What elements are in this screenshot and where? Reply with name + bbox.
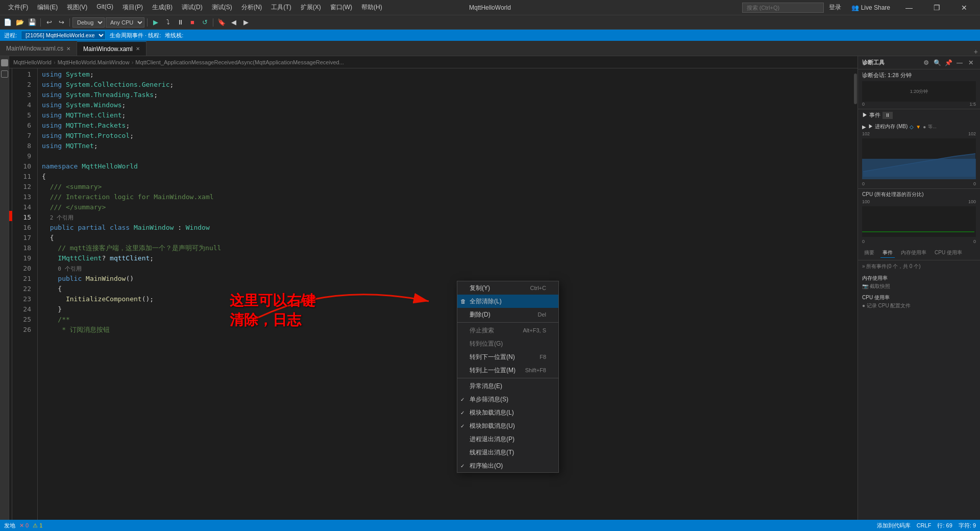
menu-edit[interactable]: 编辑(E) [33, 2, 62, 13]
cpu-section: CPU (所有处理器的百分比) 100 100 0 0 [858, 188, 980, 246]
live-share-button[interactable]: 👥 Live Share [848, 3, 893, 12]
tab-close-1[interactable]: ✕ [136, 46, 140, 52]
diag-tab-memory[interactable]: 内存使用率 [899, 248, 928, 258]
ctx-delete[interactable]: 删除(D) Del [457, 308, 558, 321]
annotation-overlay: 这里可以右键 清除，日志 [230, 291, 315, 330]
tab-mainwindow-xaml[interactable]: MainWindow.xaml ✕ [77, 41, 146, 56]
pause-button[interactable]: ⏸ [175, 17, 186, 28]
ctx-exception-msg[interactable]: 异常消息(E) [457, 379, 558, 393]
menu-debug[interactable]: 调试(D) [178, 2, 207, 13]
minimize-button[interactable]: — [897, 0, 921, 15]
diagnostics-settings-button[interactable]: ⚙ [921, 58, 931, 68]
editor-vertical-scrollbar[interactable] [853, 68, 857, 521]
menu-file[interactable]: 文件(F) [4, 2, 32, 13]
add-code-button[interactable]: 添加到代码库 [877, 522, 911, 529]
ctx-single-step-check: ✓ [460, 397, 464, 402]
toolbar-separator-2 [69, 18, 70, 27]
undo-button[interactable]: ↩ [43, 17, 55, 28]
all-events: » 所有事件(0 个，共 0 个) [862, 262, 976, 271]
menu-git[interactable]: Git(G) [92, 2, 117, 13]
tab-label: MainWindow.xaml [83, 45, 133, 53]
ctx-module-unload[interactable]: ✓ 模块卸载消息(U) [457, 419, 558, 432]
menu-test[interactable]: 测试(S) [208, 2, 236, 13]
search-input[interactable] [742, 3, 824, 13]
menu-help[interactable]: 帮助(H) [357, 2, 386, 13]
diagnostics-pin-button[interactable]: 📌 [943, 58, 953, 68]
status-error[interactable]: ✕ 0 [19, 522, 29, 529]
snapshot-button[interactable]: 📷 截取快照 [862, 283, 976, 290]
diagnostics-tabs: 摘要 事件 内存使用率 CPU 使用率 [858, 246, 980, 260]
breadcrumb-method[interactable]: MqttClient_ApplicationMessageReceivedAsy… [135, 59, 344, 65]
menu-project[interactable]: 项目(P) [118, 2, 147, 13]
ctx-copy[interactable]: 复制(Y) Ctrl+C [457, 281, 558, 295]
save-button[interactable]: 💾 [27, 17, 38, 28]
next-bookmark-button[interactable]: ▶ [240, 17, 252, 28]
cpu-graph [862, 206, 976, 237]
ctx-goto: 转到位置(G) [457, 337, 558, 350]
restore-button[interactable]: ❐ [925, 0, 948, 15]
cpu-config-select[interactable]: Any CPU [106, 17, 144, 28]
stop-button[interactable]: ■ [187, 17, 198, 28]
toolbar-separator-1 [40, 18, 41, 27]
debug-bar: 进程: [21056] MqttHelloWorld.exe 生命周期事件 · … [0, 30, 980, 41]
status-warning[interactable]: ⚠ 1 [33, 522, 42, 529]
continue-button[interactable]: ▶ [150, 17, 161, 28]
new-file-button[interactable]: 📄 [2, 17, 13, 28]
menu-tools[interactable]: 工具(T) [267, 2, 295, 13]
ctx-module-unload-label: 模块卸载消息(U) [470, 422, 515, 430]
diagnostics-title: 诊断工具 [862, 59, 885, 66]
bookmark-button[interactable]: 🔖 [216, 17, 227, 28]
branch-label[interactable]: 发地 [4, 522, 15, 529]
diag-tab-cpu[interactable]: CPU 使用率 [933, 248, 964, 258]
menu-window[interactable]: 窗口(W) [326, 2, 356, 13]
ctx-program-output-label: 程序输出(O) [470, 462, 503, 470]
time-labels: 0 1:5 [862, 102, 976, 107]
ctx-process-exit[interactable]: 进程退出消息(P) [457, 432, 558, 446]
close-button[interactable]: ✕ [952, 0, 976, 15]
ctx-module-load[interactable]: ✓ 模块加载消息(L) [457, 406, 558, 419]
redo-button[interactable]: ↪ [56, 17, 67, 28]
tab-mainwindow-xaml-cs[interactable]: MainWindow.xaml.cs ✕ [0, 41, 77, 56]
menu-view[interactable]: 视图(V) [63, 2, 91, 13]
signin-button[interactable]: 登录 [826, 2, 844, 13]
status-line: 行: 69 [937, 522, 952, 529]
tab-close-0[interactable]: ✕ [66, 46, 70, 52]
diagnostics-close-button[interactable]: ✕ [966, 58, 976, 68]
menu-extensions[interactable]: 扩展(X) [297, 2, 325, 13]
ctx-single-step[interactable]: ✓ 单步筛消息(S) [457, 393, 558, 406]
memory-min-values: 0 0 [862, 181, 976, 186]
memory-min: 0 [862, 181, 865, 186]
scrollbar-thumb[interactable] [854, 74, 857, 104]
code-content[interactable]: using System; using System.Collections.G… [38, 68, 853, 521]
activity-search[interactable] [1, 70, 8, 78]
step-over-button[interactable]: ⤵ [162, 17, 174, 28]
live-share-icon: 👥 [851, 4, 859, 11]
restart-button[interactable]: ↺ [199, 17, 210, 28]
ctx-prev-pos-label: 转到上一位置(M) [470, 366, 516, 375]
menu-analyze[interactable]: 分析(N) [237, 2, 266, 13]
diagnostics-search-button[interactable]: 🔍 [932, 58, 942, 68]
diag-tab-summary[interactable]: 摘要 [862, 248, 876, 258]
process-select[interactable]: [21056] MqttHelloWorld.exe [21, 31, 106, 40]
ctx-next-pos-label: 转到下一位置(N) [470, 353, 515, 361]
diag-tab-events[interactable]: 事件 [880, 248, 895, 258]
new-tab-button[interactable]: + [974, 47, 978, 56]
menu-build[interactable]: 生成(B) [148, 2, 177, 13]
record-cpu-button[interactable]: ● 记录 CPU 配置文件 [862, 302, 976, 309]
activity-explorer[interactable] [1, 59, 8, 66]
diagnostics-minimize-button[interactable]: — [954, 58, 965, 68]
line-numbers: 1 2 3 4 5 6 7 8 9 10 11 12 13 14 15 16 1… [12, 68, 38, 521]
ctx-next-pos[interactable]: 转到下一位置(N) F8 [457, 350, 558, 364]
ctx-program-output[interactable]: ✓ 程序输出(O) [457, 459, 558, 472]
breadcrumb-class[interactable]: MqttHelloWorld.MainWindow [58, 59, 130, 65]
debug-config-select[interactable]: Debug [72, 17, 105, 28]
ctx-clear-all[interactable]: 🗑 全部清除(L) [457, 295, 558, 308]
events-pause-button[interactable]: ⏸ [883, 112, 893, 119]
ctx-thread-exit[interactable]: 线程退出消息(T) [457, 446, 558, 459]
events-section: ▶ 事件 ⏸ [858, 109, 980, 121]
open-file-button[interactable]: 📂 [14, 17, 26, 28]
status-encoding[interactable]: CRLF [917, 522, 932, 528]
prev-bookmark-button[interactable]: ◀ [228, 17, 239, 28]
ctx-prev-pos[interactable]: 转到上一位置(M) Shift+F8 [457, 364, 558, 377]
breadcrumb-namespace[interactable]: MqttHelloWorld [13, 59, 52, 65]
